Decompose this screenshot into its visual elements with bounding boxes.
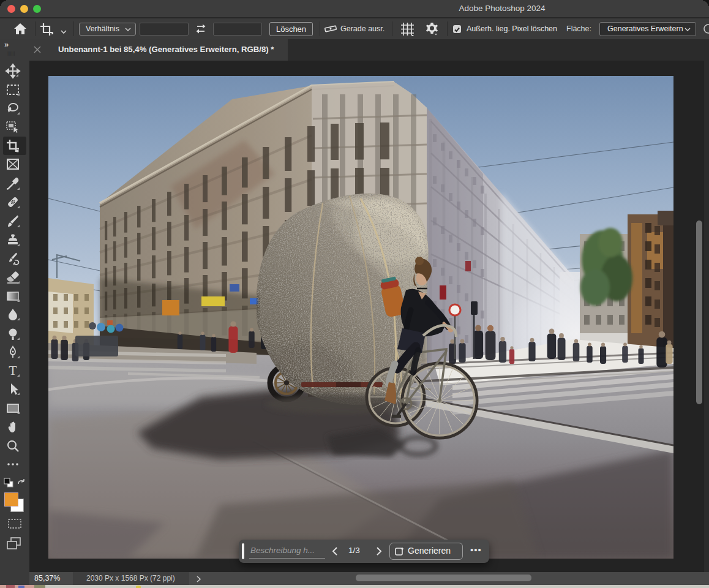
svg-text:T: T bbox=[9, 363, 17, 378]
